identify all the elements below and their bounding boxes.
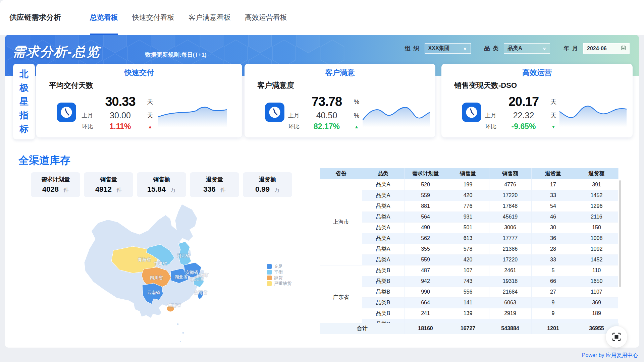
table-cell: 9: [531, 308, 575, 319]
prev-value: 30.00: [97, 111, 144, 120]
table-row: 品类A490501300630150: [320, 222, 618, 233]
map-label: 甘肃省: [154, 261, 167, 266]
table-row: 品类A55942017220331452: [320, 254, 618, 265]
table-cell: 420: [447, 254, 489, 265]
table-row: 品类B99055621684271107: [320, 287, 618, 297]
table-cell: 1092: [575, 244, 618, 254]
legend-item: 缺货: [267, 275, 291, 281]
banner-filters: 组 织XXX集团∨品 类品类A∨年 月2024-06: [405, 43, 630, 54]
stat-value: 4028: [42, 185, 59, 194]
legend-swatch: [267, 276, 272, 280]
north-star-label: 北 极 星 指 标: [13, 64, 35, 139]
filter-value: 2024-06: [587, 46, 607, 52]
table-cell: 品类B: [362, 319, 404, 323]
filter-group: 年 月2024-06: [564, 43, 630, 54]
tab-1[interactable]: 快速交付看板: [132, 0, 174, 35]
prev-label: 上月: [285, 112, 303, 119]
inventory-table-total: 合计1816016727543884120136955: [320, 323, 619, 334]
table-cell: 776: [447, 201, 489, 212]
table-cell: 562: [404, 233, 447, 244]
stat-value-line: 4028件: [42, 185, 69, 194]
table-cell: 490: [404, 222, 447, 233]
mom-label: 环比: [78, 123, 97, 130]
table-cell: 942: [404, 276, 447, 287]
table-cell: 107: [447, 265, 489, 276]
fullscreen-icon: [612, 333, 621, 341]
map-label: 台湾省: [194, 290, 207, 295]
tab-3[interactable]: 高效运营看板: [245, 0, 287, 35]
table-cell: 1650: [575, 276, 618, 287]
prev-value: 40.50: [303, 111, 351, 120]
tab-2[interactable]: 客户满意看板: [189, 0, 231, 35]
power-by-link[interactable]: Power by 应用复用中心: [582, 352, 638, 359]
table-cell: 141: [447, 297, 489, 308]
filter-label: 品 类: [484, 45, 499, 52]
total-cell: 1201: [531, 323, 575, 334]
stat-value-line: 336件: [203, 185, 226, 194]
table-cell: 品类A: [362, 222, 404, 233]
kpi-metric-name: 平均交付天数: [49, 80, 242, 90]
trend-sparkline: [158, 98, 227, 128]
fullscreen-button[interactable]: [606, 326, 627, 348]
table-cell: 28: [531, 244, 575, 254]
table-cell: 21684: [489, 287, 531, 297]
stat-label: 退货额: [259, 176, 276, 183]
table-cell: 3006: [489, 222, 531, 233]
stat-label: 销售额: [153, 176, 170, 183]
table-row: 品类A56261317777361008: [320, 233, 618, 244]
table-cell: 501: [447, 222, 489, 233]
table-cell: 21386: [489, 244, 531, 254]
north-star-char: 北: [19, 67, 29, 81]
table-cell: 品类B: [362, 276, 404, 287]
calendar-icon: [621, 45, 626, 52]
column-header: 销售量: [447, 168, 489, 179]
north-star-char: 标: [19, 122, 29, 136]
table-cell: 520: [404, 179, 447, 190]
prev-label: 上月: [482, 112, 500, 119]
table-cell: 品类B: [362, 297, 404, 308]
chevron-down-icon: ∨: [463, 46, 467, 51]
table-body-viewport[interactable]: 上海市品类A520199477617391品类A5594201722033145…: [320, 179, 618, 323]
map-label: 浙江省: [191, 277, 204, 282]
table-cell: [575, 319, 618, 323]
kpi-value: 30.33: [97, 95, 144, 109]
table-cell: 66: [531, 276, 575, 287]
table-cell: 17777: [489, 233, 531, 244]
table-cell: 品类A: [362, 233, 404, 244]
table-cell: 36: [531, 233, 575, 244]
date-input[interactable]: 2024-06: [583, 43, 630, 54]
total-cell: 543884: [489, 323, 531, 334]
table-cell: 1452: [575, 190, 618, 201]
prev-label: 上月: [78, 112, 97, 119]
stat-value-line: 0.99万: [255, 185, 280, 194]
table-cell: 品类A: [362, 254, 404, 265]
trend-arrow-icon: ▲: [351, 124, 363, 129]
legend-swatch: [267, 264, 272, 269]
clock-icon: [265, 102, 285, 124]
table-cell: 17848: [489, 201, 531, 212]
trend-sparkline: [363, 98, 430, 128]
page-title: 需求分析-总览: [12, 43, 100, 61]
dropdown-select[interactable]: 品类A∨: [504, 43, 550, 54]
table-scrollbar[interactable]: [619, 180, 621, 287]
table-cell: 189: [575, 308, 618, 319]
dropdown-select[interactable]: XXX集团∨: [425, 43, 471, 54]
table-cell: 391: [575, 179, 618, 190]
kpi-unit: 天: [144, 98, 156, 106]
table-row: 品类A56493145619462116: [320, 212, 618, 222]
app-title: 供应链需求分析: [9, 12, 86, 22]
prev-unit: 天: [144, 111, 156, 120]
kpi-unit: 天: [547, 98, 559, 106]
kpi-card-fast-delivery: 快速交付 平均交付天数 30.33天 上月30.00天 环比1.11%▲: [36, 64, 242, 137]
table-cell: 1107: [575, 287, 618, 297]
table-cell: 4776: [489, 179, 531, 190]
legend-swatch: [267, 270, 272, 275]
tab-0[interactable]: 总览看板: [90, 0, 118, 35]
legend-item: 平衡: [267, 269, 291, 275]
mom-label: 环比: [482, 123, 500, 130]
table-cell: 559: [404, 254, 447, 265]
stat-label: 销售量: [100, 176, 117, 183]
mom-label: 环比: [285, 123, 303, 130]
table-row: 品类A88177617848541296: [320, 201, 618, 212]
mom-value: 1.11%: [97, 122, 144, 131]
